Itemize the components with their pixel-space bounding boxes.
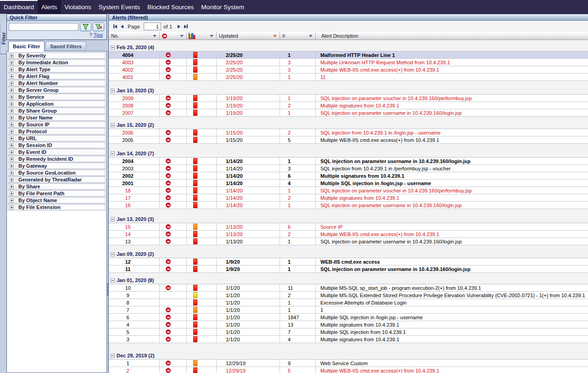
filter-category-item[interactable]: Generated by ThreatRadar [8, 176, 106, 183]
filter-category-item[interactable]: By URL [8, 135, 106, 141]
nav-tab-system-events[interactable]: System Events [95, 0, 144, 14]
alert-row[interactable]: 7 1/1/20 1 1 [109, 306, 588, 314]
alert-row[interactable]: 4002 2/25/20 3 Multiple WEB-IIS cmd.exe … [109, 66, 588, 73]
nav-tab-dashboard[interactable]: Dashboard [0, 0, 38, 14]
expand-icon[interactable] [10, 178, 14, 182]
filter-category-item[interactable]: By Remedy Incident ID [8, 156, 106, 162]
filter-category-item[interactable]: By File Parent Path [8, 190, 106, 197]
expand-icon[interactable] [10, 61, 14, 65]
first-page-button[interactable] [113, 24, 117, 28]
expand-icon[interactable] [10, 109, 14, 113]
filter-category-item[interactable]: By Immediate Action [8, 59, 106, 66]
collapse-icon[interactable] [111, 252, 115, 256]
filter-category-item[interactable]: By Alert Flag [8, 73, 106, 79]
filter-collapse-tab[interactable]: Filter [0, 18, 6, 54]
filter-category-item[interactable]: By Alert Type [8, 66, 106, 73]
filter-category-item[interactable]: By File Extension [8, 204, 106, 210]
alert-row[interactable]: 2001 1/14/20 4 Multiple SQL injection in… [109, 180, 588, 187]
nav-tab-violations[interactable]: Violations [61, 0, 95, 14]
alert-row[interactable]: 1 12/29/19 9 Web Service Custom [109, 360, 588, 367]
column-count[interactable]: # [280, 32, 316, 40]
filter-category-item[interactable]: By Application [8, 101, 106, 107]
filter-category-item[interactable]: By Source IP [8, 121, 106, 128]
expand-icon[interactable] [10, 74, 14, 79]
alert-row[interactable]: 4004 2/25/20 1 Malformed HTTP Header Lin… [109, 51, 588, 59]
alert-row[interactable]: 11 1/9/20 1 SQL injection on parameter u… [109, 266, 588, 273]
column-no[interactable]: No. [109, 32, 160, 40]
filter-category-item[interactable]: By Session ID [8, 142, 106, 148]
alert-row[interactable]: 2007 1/19/20 1 SQL injection on paramete… [109, 109, 588, 117]
alert-row[interactable]: 12 1/9/20 1 WEB-IIS cmd.exe access [109, 258, 588, 266]
filter-category-item[interactable]: By Share Group [8, 107, 106, 114]
column-count-dropdown[interactable] [309, 35, 313, 37]
column-immediate-action[interactable] [160, 32, 187, 40]
alert-row[interactable]: 15 1/13/20 6 Source IP [109, 223, 588, 231]
collapse-icon[interactable] [111, 89, 115, 93]
alert-row[interactable]: 2 12/29/19 5 Multiple WEB-IIS cmd.exe ac… [109, 367, 588, 373]
alert-row[interactable]: 6 1/1/20 1847 Multiple SQL injection in … [109, 314, 588, 321]
nav-tab-alerts[interactable]: Alerts [38, 0, 61, 14]
alert-row[interactable]: 16 1/14/20 1 SQL injection on parameter … [109, 202, 588, 209]
quick-filter-input[interactable] [9, 23, 78, 31]
expand-icon[interactable] [10, 68, 14, 72]
tips-link[interactable]: Tips [94, 32, 103, 38]
expand-icon[interactable] [10, 102, 14, 106]
expand-icon[interactable] [10, 205, 14, 209]
collapse-icon[interactable] [111, 278, 115, 283]
expand-icon[interactable] [10, 81, 14, 85]
column-severity[interactable] [187, 32, 217, 40]
expand-icon[interactable] [10, 95, 14, 99]
alert-row[interactable]: 9 1/1/20 2 Multiple MS-SQL Extended Stor… [109, 292, 588, 299]
clear-filter-button[interactable] [93, 23, 104, 31]
column-no-dropdown[interactable] [153, 35, 157, 37]
apply-filter-button[interactable] [80, 23, 91, 31]
alert-row[interactable]: 4001 2/25/20 1 11 [109, 73, 588, 81]
alert-row[interactable]: 5 1/1/20 7 Multiple SQL injection from 1… [109, 328, 588, 336]
filter-category-item[interactable]: By Severity [8, 52, 106, 59]
column-action-dropdown[interactable] [180, 35, 184, 37]
expand-icon[interactable] [10, 164, 14, 168]
expand-icon[interactable] [10, 88, 14, 92]
alert-row[interactable]: 3 1/1/20 4 Multiple signatures from 10.4… [109, 336, 588, 343]
filter-category-item[interactable]: By Alert Number [8, 80, 106, 86]
collapse-icon[interactable] [111, 123, 115, 127]
next-page-button[interactable] [178, 25, 180, 28]
filter-category-item[interactable]: By Event ID [8, 149, 106, 155]
alert-row[interactable]: 4 1/1/20 13 Multiple signatures from 10.… [109, 321, 588, 328]
alert-row[interactable]: 2006 1/15/20 2 SQL injection from 10.4.2… [109, 129, 588, 136]
filter-category-item[interactable]: By User Name [8, 114, 106, 121]
expand-icon[interactable] [10, 143, 14, 147]
alert-row[interactable]: 8 1/1/20 1 Excessive Attempts of Databas… [109, 299, 588, 306]
alert-row[interactable]: 2009 1/19/20 1 SQL injection on paramete… [109, 95, 588, 102]
filter-category-item[interactable]: By Server Group [8, 87, 106, 93]
nav-tab-monitor-system[interactable]: Monitor System [197, 0, 248, 14]
alert-row[interactable]: 2004 1/14/20 1 SQL injection on paramete… [109, 158, 588, 165]
expand-icon[interactable] [10, 54, 14, 58]
column-severity-dropdown[interactable] [210, 35, 213, 37]
expand-icon[interactable] [10, 136, 14, 141]
alert-row[interactable]: 2005 1/15/20 5 Multiple WEB-IIS cmd.exe … [109, 136, 588, 144]
expand-icon[interactable] [10, 157, 14, 161]
alert-row[interactable]: 2003 1/14/20 3 SQL injection from 10.4.2… [109, 165, 588, 172]
filter-tab-saved-filters[interactable]: Saved Filters [45, 41, 86, 51]
alert-row[interactable]: 2008 1/19/20 2 Multiple signatures from … [109, 102, 588, 109]
alert-row[interactable]: 13 1/13/20 1 SQL injection on parameter … [109, 238, 588, 245]
expand-icon[interactable] [10, 150, 14, 154]
alert-row[interactable]: 14 1/13/20 2 Multiple WEB-IIS cmd.exe ac… [109, 231, 588, 238]
filter-category-item[interactable]: By Source GeoLocation [8, 170, 106, 176]
collapse-icon[interactable] [111, 217, 115, 221]
expand-icon[interactable] [10, 123, 14, 127]
alert-row[interactable]: 18 1/14/20 1 SQL injection on parameter … [109, 187, 588, 194]
collapse-icon[interactable] [111, 152, 115, 156]
alert-row[interactable]: 2002 1/14/20 6 Multiple signatures from … [109, 172, 588, 180]
column-updated-dropdown[interactable] [273, 35, 277, 37]
collapse-icon[interactable] [111, 45, 115, 50]
filter-tab-basic-filter[interactable]: Basic Filter [8, 41, 45, 51]
filter-category-item[interactable]: By Share [8, 183, 106, 190]
alert-row[interactable]: 4003 2/25/20 3 Multiple Unknown HTTP Req… [109, 59, 588, 66]
alert-row[interactable]: 10 1/1/20 11 Multiple MS-SQL sp_start_jo… [109, 284, 588, 292]
alert-row[interactable]: 17 1/14/20 2 Multiple signatures from 10… [109, 194, 588, 202]
filter-category-item[interactable]: By Gateway [8, 163, 106, 169]
expand-icon[interactable] [10, 116, 14, 120]
column-updated[interactable]: Updated [217, 32, 280, 40]
